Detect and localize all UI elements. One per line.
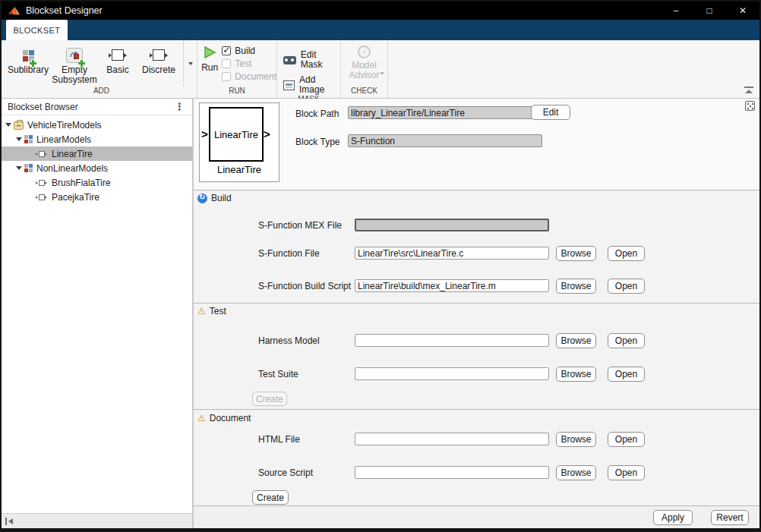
build-script-open-button[interactable]: Open bbox=[608, 279, 645, 294]
run-icon bbox=[203, 46, 216, 62]
image-icon bbox=[283, 80, 295, 90]
add-gallery-dropdown-button[interactable] bbox=[183, 40, 197, 87]
source-script-label: Source Script bbox=[258, 467, 313, 478]
add-sublibrary-button[interactable]: Sublibrary bbox=[6, 40, 50, 87]
document-section-title: Document bbox=[210, 413, 251, 423]
sfunction-file-browse-button[interactable]: Browse bbox=[556, 246, 596, 261]
sublibrary-icon bbox=[24, 164, 33, 172]
tree-item-label: BrushFialaTire bbox=[50, 178, 111, 188]
close-button[interactable]: ✕ bbox=[726, 2, 759, 20]
minimize-button[interactable]: – bbox=[659, 2, 693, 20]
harness-model-field[interactable] bbox=[355, 334, 549, 347]
sublibrary-icon bbox=[23, 46, 34, 65]
build-checkbox[interactable]: Build bbox=[222, 46, 276, 56]
source-script-browse-button[interactable]: Browse bbox=[556, 465, 596, 480]
ribbon-tab-strip: BLOCKSET bbox=[2, 20, 759, 40]
add-basic-button[interactable]: Basic bbox=[99, 40, 137, 87]
add-item-label: Basic bbox=[106, 65, 128, 75]
ribbon-section-add: Sublibrary Empty Subsystem Basic bbox=[6, 40, 197, 98]
add-empty-subsystem-button[interactable]: Empty Subsystem bbox=[50, 40, 99, 87]
empty-subsystem-icon bbox=[66, 46, 83, 65]
add-discrete-button[interactable]: Discrete bbox=[137, 40, 181, 87]
kebab-menu-icon[interactable]: ⋮ bbox=[175, 103, 185, 111]
title-bar: Blockset Designer – □ ✕ bbox=[2, 2, 759, 20]
harness-model-browse-button[interactable]: Browse bbox=[556, 333, 596, 348]
source-script-open-button[interactable]: Open bbox=[608, 465, 645, 480]
tree-item-linearmodels[interactable]: LinearModels bbox=[2, 132, 192, 146]
test-suite-field[interactable] bbox=[355, 367, 549, 380]
test-checkbox: Test bbox=[222, 58, 276, 69]
collapse-ribbon-icon[interactable] bbox=[744, 87, 753, 94]
checkbox-icon bbox=[222, 46, 231, 55]
tree-item-nonlinearmodels[interactable]: NonLinearModels bbox=[2, 161, 192, 175]
ribbon: Sublibrary Empty Subsystem Basic bbox=[2, 40, 759, 99]
expand-panel-icon[interactable] bbox=[745, 101, 755, 111]
ribbon-section-label: ADD bbox=[6, 87, 197, 98]
plus-badge-icon bbox=[78, 60, 85, 67]
sfunction-file-open-button[interactable]: Open bbox=[608, 246, 645, 261]
sublibrary-icon bbox=[24, 135, 33, 143]
maximize-button[interactable]: □ bbox=[693, 2, 726, 20]
browser-title: Blockset Browser bbox=[8, 102, 175, 112]
model-advisor-button: Model Advisor bbox=[341, 40, 387, 87]
browser-horizontal-scrollbar[interactable] bbox=[2, 513, 192, 528]
output-port-icon: > bbox=[264, 127, 270, 140]
block-properties-panel: LinearTire > > LinearTire Block Path Edi… bbox=[194, 99, 759, 528]
block-type-label: Block Type bbox=[295, 137, 339, 147]
html-file-browse-button[interactable]: Browse bbox=[556, 432, 596, 447]
add-item-label: Empty Subsystem bbox=[50, 65, 99, 85]
mask-goggles-icon bbox=[283, 56, 296, 65]
tree-item-pacejkatire[interactable]: PacejkaTire bbox=[2, 190, 192, 204]
main-area: Blockset Browser ⋮ VehicleTireModels Lin… bbox=[2, 99, 759, 528]
block-path-label: Block Path bbox=[295, 109, 339, 119]
html-file-field[interactable] bbox=[355, 433, 549, 445]
run-button[interactable]: Run bbox=[197, 40, 222, 87]
block-icon bbox=[36, 194, 48, 201]
test-section: Test Harness Model Browse Open Test Suit… bbox=[194, 303, 759, 409]
sfunction-file-label: S-Function File bbox=[258, 248, 320, 259]
tree-item-label: LinearTire bbox=[50, 149, 93, 159]
build-section-title: Build bbox=[211, 193, 232, 203]
apply-button[interactable]: Apply bbox=[653, 510, 693, 525]
sfunction-build-script-field[interactable] bbox=[355, 279, 549, 292]
block-preview-body: LinearTire bbox=[209, 107, 264, 162]
scroll-to-start-icon[interactable] bbox=[5, 518, 14, 525]
sfunction-build-script-label: S-Function Build Script bbox=[258, 281, 351, 291]
tree-item-vehicletiremodels[interactable]: VehicleTireModels bbox=[2, 118, 192, 132]
source-script-field[interactable] bbox=[355, 466, 549, 479]
tree-item-label: VehicleTireModels bbox=[26, 120, 102, 131]
window-title: Blockset Designer bbox=[26, 5, 103, 16]
revert-button[interactable]: Revert bbox=[711, 510, 749, 525]
build-script-browse-button[interactable]: Browse bbox=[556, 279, 596, 294]
checkbox-label: Test bbox=[235, 58, 251, 69]
caret-down-icon[interactable] bbox=[16, 137, 22, 141]
document-checkbox: Document bbox=[222, 71, 276, 82]
add-image-button[interactable]: Add Image bbox=[283, 75, 340, 95]
test-suite-browse-button[interactable]: Browse bbox=[556, 367, 596, 382]
harness-model-open-button[interactable]: Open bbox=[608, 333, 645, 348]
edit-mask-button[interactable]: Edit Mask bbox=[283, 50, 340, 70]
sfunction-file-field[interactable] bbox=[355, 247, 549, 260]
document-create-button[interactable]: Create bbox=[252, 490, 289, 505]
tree-item-label: PacejkaTire bbox=[50, 192, 99, 203]
test-suite-open-button[interactable]: Open bbox=[608, 367, 645, 382]
tree-item-brushfialatire[interactable]: BrushFialaTire bbox=[2, 175, 192, 190]
mask-item-label: Edit Mask bbox=[301, 50, 340, 70]
model-advisor-label: Model Advisor bbox=[345, 61, 384, 80]
caret-down-icon[interactable] bbox=[5, 123, 11, 127]
caret-down-icon[interactable] bbox=[16, 166, 22, 170]
tree-item-label: NonLinearModels bbox=[35, 163, 108, 174]
checkbox-label: Document bbox=[235, 71, 276, 82]
blockset-browser-panel: Blockset Browser ⋮ VehicleTireModels Lin… bbox=[2, 99, 194, 528]
tree-item-lineartire[interactable]: LinearTire bbox=[2, 146, 192, 161]
ribbon-section-run: Run Build Test Document bbox=[197, 40, 277, 98]
app-window: Blockset Designer – □ ✕ BLOCKSET Sublibr… bbox=[0, 0, 761, 532]
ribbon-section-label: RUN bbox=[197, 87, 276, 98]
library-icon bbox=[14, 121, 24, 130]
edit-block-path-button[interactable]: Edit bbox=[531, 105, 570, 120]
block-preview-caption: LinearTire bbox=[200, 164, 279, 175]
ribbon-section-mask: Edit Mask Add Image MASK bbox=[277, 40, 341, 98]
tab-blockset[interactable]: BLOCKSET bbox=[6, 20, 68, 40]
html-file-open-button[interactable]: Open bbox=[608, 432, 645, 447]
basic-block-icon bbox=[108, 46, 128, 65]
